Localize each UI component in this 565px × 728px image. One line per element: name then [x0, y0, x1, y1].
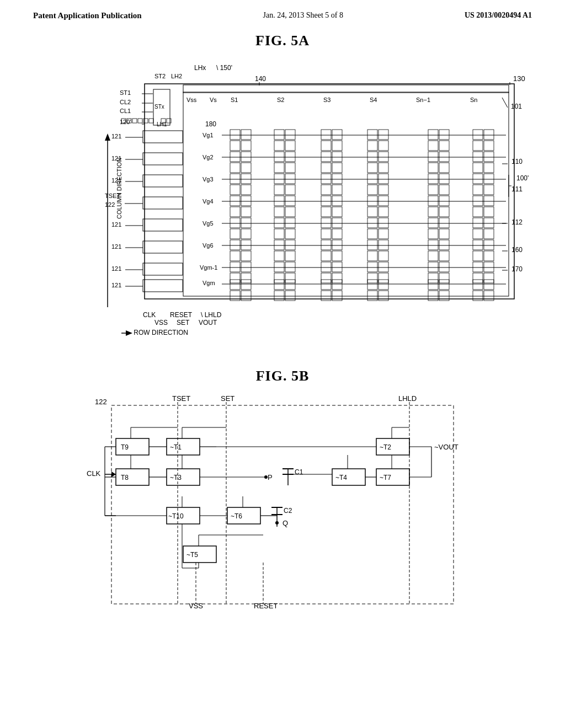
figure-5a-diagram: 130 110 140 101 LHx \ 150' [30, 53, 535, 362]
label-LHLD-bottom: \ LHLD [201, 311, 222, 319]
svg-rect-226 [143, 263, 183, 275]
label-RESET-5b: RESET [254, 602, 278, 610]
label-180: 180 [205, 120, 216, 128]
svg-rect-156 [321, 240, 331, 250]
svg-rect-180 [321, 262, 331, 272]
label-Vg2: Vg2 [202, 154, 214, 160]
svg-rect-101 [241, 196, 251, 206]
svg-rect-64 [367, 152, 377, 162]
svg-rect-145 [484, 218, 494, 228]
svg-rect-51 [484, 141, 494, 151]
label-row-direction: → ROW DIRECTION [125, 329, 188, 336]
pixel-row7 [230, 262, 494, 283]
svg-rect-181 [332, 262, 342, 272]
svg-rect-167 [439, 251, 449, 261]
svg-rect-67 [379, 163, 388, 173]
svg-rect-160 [367, 240, 377, 250]
svg-rect-96 [473, 174, 483, 184]
figure-5a-title: FIG. 5A [30, 33, 535, 49]
svg-rect-95 [439, 185, 449, 195]
svg-rect-118 [428, 207, 438, 217]
pixel-row1 [230, 130, 494, 151]
svg-rect-121 [484, 196, 494, 206]
svg-rect-69 [439, 152, 449, 162]
label-121-6: 121 [111, 243, 121, 250]
svg-rect-83 [285, 185, 295, 195]
label-T4: ~T4 [335, 474, 347, 481]
svg-rect-146 [473, 229, 483, 239]
svg-rect-79 [241, 185, 251, 195]
svg-rect-102 [230, 207, 240, 217]
label-TSET-5b: TSET [172, 394, 190, 403]
svg-rect-75 [484, 163, 494, 173]
pixel-row2 [230, 152, 494, 173]
label-S4: S4 [370, 97, 377, 103]
svg-rect-71 [439, 163, 449, 173]
svg-rect-222 [143, 175, 183, 187]
svg-rect-70 [428, 163, 438, 173]
label-122: 122 [105, 201, 115, 208]
svg-rect-197 [241, 280, 251, 290]
label-111: 111 [511, 185, 523, 193]
label-LHx: LHx [194, 64, 206, 72]
svg-rect-14 [132, 119, 137, 123]
svg-rect-152 [274, 240, 284, 250]
label-121-5: 121 [111, 221, 121, 228]
svg-rect-110 [321, 207, 331, 217]
svg-rect-132 [321, 218, 331, 228]
svg-rect-78 [230, 185, 240, 195]
figure-5b-diagram: 122 TSET SET LHLD CLK T9 [30, 389, 535, 626]
svg-rect-40 [367, 130, 377, 140]
label-STx: STx [154, 104, 164, 110]
svg-rect-127 [241, 229, 251, 239]
svg-rect-65 [379, 152, 388, 162]
svg-rect-208 [367, 280, 377, 290]
label-Vs: Vs [210, 97, 217, 103]
svg-rect-112 [367, 196, 377, 206]
svg-rect-52 [230, 152, 240, 162]
svg-rect-205 [332, 280, 342, 290]
svg-rect-185 [379, 262, 388, 272]
svg-rect-56 [274, 152, 284, 162]
svg-marker-248 [111, 472, 116, 477]
svg-rect-193 [484, 262, 494, 272]
svg-rect-224 [143, 219, 183, 231]
svg-rect-150 [230, 251, 240, 261]
svg-rect-113 [379, 196, 388, 206]
svg-rect-39 [332, 141, 342, 151]
label-CL1: CL1 [120, 108, 131, 114]
label-Vgm1: Vgm-1 [200, 264, 217, 271]
svg-rect-157 [332, 240, 342, 250]
label-CLK-5b: CLK [87, 469, 101, 478]
svg-rect-106 [274, 207, 284, 217]
column-direction-arrow-head [105, 133, 110, 141]
page-header: Patent Application Publication Jan. 24, … [0, 0, 565, 22]
label-T9: T9 [121, 443, 129, 451]
svg-rect-129 [285, 218, 295, 228]
svg-rect-165 [439, 240, 449, 250]
label-CLK: CLK [143, 311, 156, 319]
svg-rect-176 [274, 262, 284, 272]
svg-rect-19 [167, 119, 171, 123]
svg-rect-191 [439, 273, 449, 283]
svg-rect-5 [183, 85, 509, 93]
svg-rect-85 [332, 174, 342, 184]
label-Vg5: Vg5 [202, 220, 214, 227]
label-column-direction: COLUMN DIRECTION [116, 158, 122, 219]
label-SET-bottom: SET [177, 319, 190, 326]
svg-rect-125 [241, 218, 251, 228]
pixel-row3 [230, 174, 494, 195]
svg-rect-73 [484, 152, 494, 162]
svg-rect-98 [473, 185, 483, 195]
svg-rect-68 [428, 152, 438, 162]
svg-rect-103 [241, 207, 251, 217]
svg-rect-201 [285, 280, 295, 290]
label-130: 130 [513, 74, 525, 83]
label-C1: C1 [295, 468, 303, 476]
svg-rect-28 [230, 130, 240, 140]
svg-rect-130 [274, 229, 284, 239]
svg-rect-158 [321, 251, 331, 261]
svg-rect-144 [473, 218, 483, 228]
svg-rect-221 [143, 153, 183, 165]
svg-rect-154 [274, 251, 284, 261]
